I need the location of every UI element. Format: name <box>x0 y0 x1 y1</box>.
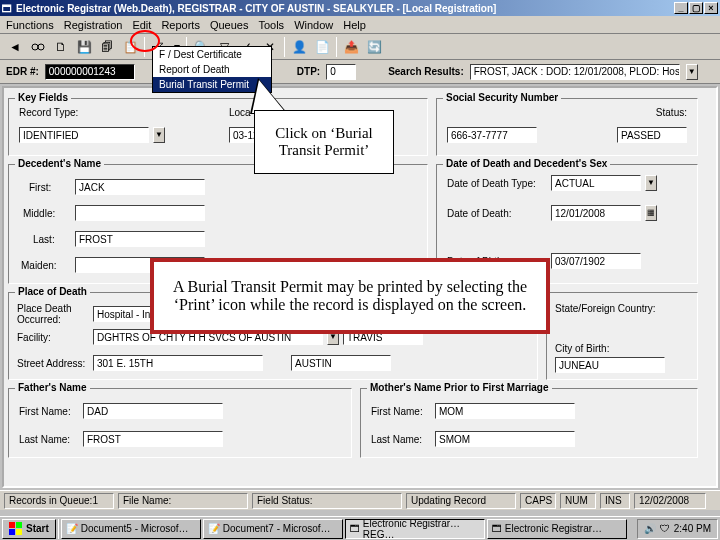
callout-click-burial: Click on ‘Burial Transit Permit’ <box>254 110 394 174</box>
svg-rect-3 <box>9 522 15 528</box>
menu-edit[interactable]: Edit <box>132 19 151 31</box>
back-icon[interactable]: ◄ <box>4 37 26 57</box>
windows-icon <box>9 522 23 536</box>
dod-type-field[interactable]: ACTUAL <box>551 175 641 191</box>
mother-first-field[interactable]: MOM <box>435 403 575 419</box>
first-field[interactable]: JACK <box>75 179 205 195</box>
search-results-dropdown[interactable]: ▼ <box>686 64 698 80</box>
local-label: Loca <box>229 107 251 118</box>
paste-icon[interactable]: 📋 <box>119 37 141 57</box>
taskbar-item-registrar-active[interactable]: 🗔Electronic Registrar… REG… <box>345 519 485 539</box>
svg-point-1 <box>38 44 44 50</box>
search-results-field[interactable]: FROST, JACK : DOD: 12/01/2008, PLOD: Hos… <box>470 64 680 80</box>
group-title-dod: Date of Death and Decedent's Sex <box>443 158 610 169</box>
birth-city-field[interactable]: JUNEAU <box>555 357 665 373</box>
status-records: Records in Queue:1 <box>4 493 114 509</box>
window-titlebar: 🗔 Electronic Registrar (Web.Death), REGI… <box>0 0 720 16</box>
svg-rect-4 <box>16 522 22 528</box>
last-field[interactable]: FROST <box>75 231 205 247</box>
group-birth-geo: State/Foreign Country: City of Birth: JU… <box>546 292 698 380</box>
toolbar: ◄ 🗋 💾 🗐 📋 🖨 ▾ 🔍 ▽ ✓ ✕ 👤 📄 📤 🔄 <box>0 34 720 60</box>
record-type-dropdown[interactable]: ▼ <box>153 127 165 143</box>
dod-label: Date of Death: <box>447 208 547 219</box>
group-title-father: Father's Name <box>15 382 90 393</box>
svg-point-0 <box>32 44 38 50</box>
refresh-icon[interactable]: 🔄 <box>363 37 385 57</box>
group-title-mother: Mother's Name Prior to First Marriage <box>367 382 552 393</box>
edr-field[interactable]: 000000001243 <box>45 64 135 80</box>
dob-field[interactable]: 03/07/1902 <box>551 253 641 269</box>
mother-last-label: Last Name: <box>371 434 431 445</box>
dod-type-dropdown[interactable]: ▼ <box>645 175 657 191</box>
status-field: Field Status: <box>252 493 402 509</box>
pod-street-field[interactable]: 301 E. 15TH <box>93 355 263 371</box>
group-mother: Mother's Name Prior to First Marriage Fi… <box>360 388 698 458</box>
status-num: NUM <box>560 493 596 509</box>
record-type-label: Record Type: <box>19 107 78 118</box>
clipboard-icon[interactable]: 📄 <box>311 37 333 57</box>
dtp-label: DTP: <box>297 66 320 77</box>
menu-registration[interactable]: Registration <box>64 19 123 31</box>
group-title-ssn: Social Security Number <box>443 92 561 103</box>
dod-cal-icon[interactable]: ▦ <box>645 205 657 221</box>
app-icon: 🗔 <box>2 3 12 14</box>
record-type-field[interactable]: IDENTIFIED <box>19 127 149 143</box>
menu-queues[interactable]: Queues <box>210 19 249 31</box>
father-last-field[interactable]: FROST <box>83 431 223 447</box>
father-first-field[interactable]: DAD <box>83 403 223 419</box>
save-icon[interactable]: 💾 <box>73 37 95 57</box>
print-menu-item-certificate[interactable]: F / Dest Certificate <box>153 47 271 62</box>
edr-label: EDR #: <box>6 66 39 77</box>
menubar: Functions Registration Edit Reports Queu… <box>0 16 720 34</box>
group-ssn: Social Security Number Status: 666-37-77… <box>436 98 698 156</box>
ssn-field[interactable]: 666-37-7777 <box>447 127 537 143</box>
mother-last-field[interactable]: SMOM <box>435 431 575 447</box>
print-menu-item-report[interactable]: Report of Death <box>153 62 271 77</box>
maximize-button[interactable]: ▢ <box>689 2 703 14</box>
last-label: Last: <box>33 234 71 245</box>
svg-rect-6 <box>16 529 22 535</box>
user-icon[interactable]: 👤 <box>288 37 310 57</box>
mother-first-label: First Name: <box>371 406 431 417</box>
tray-icon[interactable]: 🔊 <box>644 523 656 534</box>
group-title-pod: Place of Death <box>15 286 90 297</box>
first-label: First: <box>29 182 71 193</box>
taskbar-item-doc7[interactable]: 📝Document7 - Microsof… <box>203 519 343 539</box>
birth-state-label: State/Foreign Country: <box>555 303 656 314</box>
new-icon[interactable]: 🗋 <box>50 37 72 57</box>
menu-window[interactable]: Window <box>294 19 333 31</box>
glasses-icon[interactable] <box>27 37 49 57</box>
search-label: Search Results: <box>388 66 464 77</box>
menu-reports[interactable]: Reports <box>161 19 200 31</box>
dtp-field[interactable]: 0 <box>326 64 356 80</box>
menu-help[interactable]: Help <box>343 19 366 31</box>
taskbar-item-registrar2[interactable]: 🗔Electronic Registrar… <box>487 519 627 539</box>
dod-type-label: Date of Death Type: <box>447 178 547 189</box>
status-update: Updating Record <box>406 493 516 509</box>
close-button[interactable]: × <box>704 2 718 14</box>
pod-city-field[interactable]: AUSTIN <box>291 355 391 371</box>
svg-rect-5 <box>9 529 15 535</box>
minimize-button[interactable]: _ <box>674 2 688 14</box>
start-button[interactable]: Start <box>2 519 56 539</box>
menu-functions[interactable]: Functions <box>6 19 54 31</box>
group-title-decedent: Decedent's Name <box>15 158 104 169</box>
menu-tools[interactable]: Tools <box>258 19 284 31</box>
taskbar: Start 📝Document5 - Microsof… 📝Document7 … <box>0 516 720 540</box>
father-first-label: First Name: <box>19 406 79 417</box>
father-last-label: Last Name: <box>19 434 79 445</box>
copy-icon[interactable]: 🗐 <box>96 37 118 57</box>
callout-explanation: A Burial Transit Permit may be printed b… <box>150 258 550 334</box>
tray-clock: 2:40 PM <box>674 523 711 534</box>
tray-icon[interactable]: 🛡 <box>660 523 670 534</box>
middle-field[interactable] <box>75 205 205 221</box>
statusbar: Records in Queue:1 File Name: Field Stat… <box>0 490 720 510</box>
dod-field[interactable]: 12/01/2008 <box>551 205 641 221</box>
taskbar-item-doc5[interactable]: 📝Document5 - Microsof… <box>61 519 201 539</box>
system-tray[interactable]: 🔊 🛡 2:40 PM <box>637 519 718 539</box>
maiden-label: Maiden: <box>21 260 71 271</box>
pod-place-label: Place Death Occurred: <box>17 303 89 325</box>
callout-pointer <box>250 78 288 114</box>
pod-facility-label: Facility: <box>17 332 89 343</box>
export-icon[interactable]: 📤 <box>340 37 362 57</box>
